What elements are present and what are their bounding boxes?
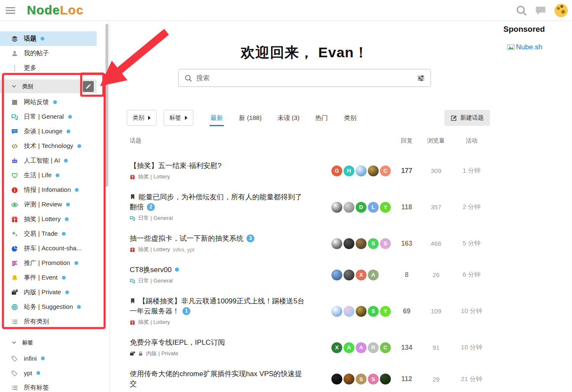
- poster-avatar[interactable]: Y: [380, 306, 391, 317]
- poster-avatar[interactable]: [344, 270, 354, 280]
- unseen-posts-badge[interactable]: 3: [246, 234, 254, 242]
- sidebar-item-user[interactable]: 我的帖子: [0, 46, 97, 61]
- poster-avatar[interactable]: [331, 306, 342, 317]
- sidebar-category-item[interactable]: 日常 | General: [0, 109, 97, 124]
- sidebar-category-item[interactable]: 网站反馈: [0, 95, 97, 109]
- poster-avatar[interactable]: R: [368, 342, 379, 353]
- poster-avatar[interactable]: C: [380, 165, 391, 176]
- poster-avatar[interactable]: [331, 374, 342, 384]
- topic-title[interactable]: 【踢楼抽奖】非凡云联通10099正式上线！踢楼送5台一年云服务器！: [130, 297, 305, 315]
- sidebar-item-all-categories[interactable]: 所有类别: [0, 314, 97, 329]
- sidebar-category-item[interactable]: 站务 | Suggestion: [0, 300, 97, 314]
- sidebar-category-item[interactable]: 情报 | Infomation: [0, 183, 97, 197]
- chat-icon[interactable]: [535, 5, 546, 16]
- sidebar-category-item[interactable]: 技术 | Technology: [0, 139, 97, 153]
- poster-avatar[interactable]: A: [368, 270, 379, 280]
- sidebar-tag-item[interactable]: ypt: [0, 366, 97, 380]
- poster-avatar[interactable]: Y: [380, 202, 391, 213]
- poster-avatar[interactable]: S: [368, 374, 379, 384]
- sidebar-item-layers[interactable]: 话题: [0, 31, 97, 46]
- tab-未读 (3)[interactable]: 未读 (3): [277, 110, 300, 126]
- filter-dropdown-标签[interactable]: 标签: [164, 110, 193, 126]
- poster-avatar[interactable]: L: [368, 202, 379, 213]
- poster-avatar[interactable]: S: [380, 238, 391, 249]
- poster-avatar[interactable]: A: [344, 342, 354, 353]
- topic-title[interactable]: 能量已同步，为补偿坛友们，所有人的能量都得到了翻倍: [130, 193, 302, 211]
- user-avatar[interactable]: [554, 4, 568, 17]
- poster-avatar[interactable]: [356, 238, 367, 249]
- category-label: 抽奖 | Lottery: [138, 318, 170, 326]
- poster-avatar[interactable]: A: [356, 342, 367, 353]
- sidebar-category-item[interactable]: 评测 | Review: [0, 197, 97, 212]
- sidebar-category-item[interactable]: 内版 | Private: [0, 285, 97, 300]
- search-icon[interactable]: [516, 5, 527, 16]
- sidebar-category-item[interactable]: 事件 | Event: [0, 270, 97, 285]
- sidebar-category-item[interactable]: 拼车 | Account-sha...: [0, 241, 97, 256]
- poster-avatar[interactable]: [331, 270, 342, 280]
- sidebar-item-all-tags: 所有标签: [0, 380, 110, 392]
- sidebar-category-item[interactable]: 推广 | Promotion: [0, 256, 97, 270]
- sidebar-category-item[interactable]: 杂谈 | Lounge: [0, 124, 97, 139]
- poster-avatar[interactable]: [344, 306, 354, 317]
- poster-avatar[interactable]: C: [380, 342, 391, 353]
- tab-类别[interactable]: 类别: [343, 110, 357, 126]
- column-header-views[interactable]: 浏览量: [419, 137, 453, 145]
- sidebar-category-item[interactable]: 交易 | Trade: [0, 227, 97, 241]
- topic-tags[interactable]: infini, ypt: [173, 247, 194, 253]
- tab-新 (188)[interactable]: 新 (188): [238, 110, 262, 126]
- site-logo[interactable]: NodeLoc: [27, 3, 83, 17]
- column-header-topic[interactable]: 话题: [119, 137, 331, 145]
- sidebar-item-ellipsis[interactable]: 更多: [0, 61, 97, 75]
- filter-dropdown-类别[interactable]: 类别: [127, 110, 156, 126]
- poster-avatar[interactable]: [356, 306, 367, 317]
- poster-avatar[interactable]: G: [331, 165, 342, 176]
- unseen-posts-badge[interactable]: 2: [147, 203, 155, 211]
- poster-avatar[interactable]: D: [356, 202, 367, 213]
- unseen-posts-badge[interactable]: 1: [182, 307, 190, 315]
- topic-title[interactable]: 【抽奖】五一结束·福利安慰?: [130, 162, 221, 170]
- sidebar-section-tags[interactable]: 标签: [0, 336, 97, 349]
- search-input[interactable]: [196, 74, 417, 82]
- topic-category[interactable]: 日常 | General: [130, 214, 331, 222]
- tab-热门[interactable]: 热门: [315, 110, 329, 126]
- hamburger-menu-icon[interactable]: [5, 5, 16, 16]
- column-header-replies[interactable]: 回复: [394, 137, 419, 145]
- sidebar-scrollbar[interactable]: [105, 24, 108, 187]
- poster-avatar[interactable]: [344, 202, 354, 213]
- poster-avatar[interactable]: [331, 238, 342, 249]
- poster-avatar[interactable]: X: [331, 342, 342, 353]
- poster-avatar[interactable]: S: [368, 306, 379, 317]
- sidebar-category-item[interactable]: 抽奖 | Lottery: [0, 212, 97, 227]
- unread-dot: [77, 144, 81, 148]
- topic-category[interactable]: 内版 | Private: [130, 350, 331, 357]
- topic-title[interactable]: 使用传奇大佬的chrome扩展插件实现hax VPS的快速提交: [130, 370, 302, 388]
- poster-avatar[interactable]: H: [344, 165, 354, 176]
- topic-category[interactable]: 抽奖 | Lottery: [130, 318, 331, 326]
- column-header-activity[interactable]: 活动: [453, 137, 490, 145]
- topic-category[interactable]: 抽奖 | Lotteryinfini, ypt: [130, 246, 331, 253]
- topic-title[interactable]: 免费分享专线IEPL，IPLC订阅: [130, 339, 225, 346]
- poster-avatar[interactable]: S: [356, 374, 367, 384]
- topic-title[interactable]: CT8换serv00: [130, 266, 172, 274]
- poster-avatar[interactable]: [344, 238, 354, 249]
- sidebar-item-all-tags[interactable]: 所有标签: [0, 380, 97, 392]
- new-topic-button[interactable]: 新建话题: [444, 110, 490, 126]
- sidebar-category-item[interactable]: 生活 | Life: [0, 168, 97, 183]
- sidebar-category-item[interactable]: 人工智能 | AI: [0, 153, 97, 168]
- sidebar-section-categories[interactable]: 类别: [0, 79, 97, 93]
- poster-avatar[interactable]: X: [356, 270, 367, 280]
- poster-avatar[interactable]: [368, 165, 379, 176]
- sidebar-tag-item[interactable]: infini: [0, 351, 97, 366]
- poster-avatar[interactable]: [356, 165, 367, 176]
- edit-categories-button[interactable]: [83, 81, 94, 92]
- poster-avatar[interactable]: [331, 202, 342, 213]
- poster-avatar[interactable]: S: [368, 238, 379, 249]
- topic-category[interactable]: 抽奖 | Lottery: [130, 173, 331, 181]
- poster-avatar[interactable]: [380, 374, 391, 384]
- poster-avatar[interactable]: [344, 374, 354, 384]
- tab-最新[interactable]: 最新: [210, 110, 224, 126]
- filter-sliders-icon[interactable]: [417, 74, 425, 82]
- topic-category[interactable]: 日常 | General: [130, 277, 331, 285]
- sponsor-link[interactable]: Nube.sh: [507, 43, 572, 51]
- topic-title[interactable]: 抽一些虚拟卡，试一下新的抽奖系统: [130, 234, 244, 242]
